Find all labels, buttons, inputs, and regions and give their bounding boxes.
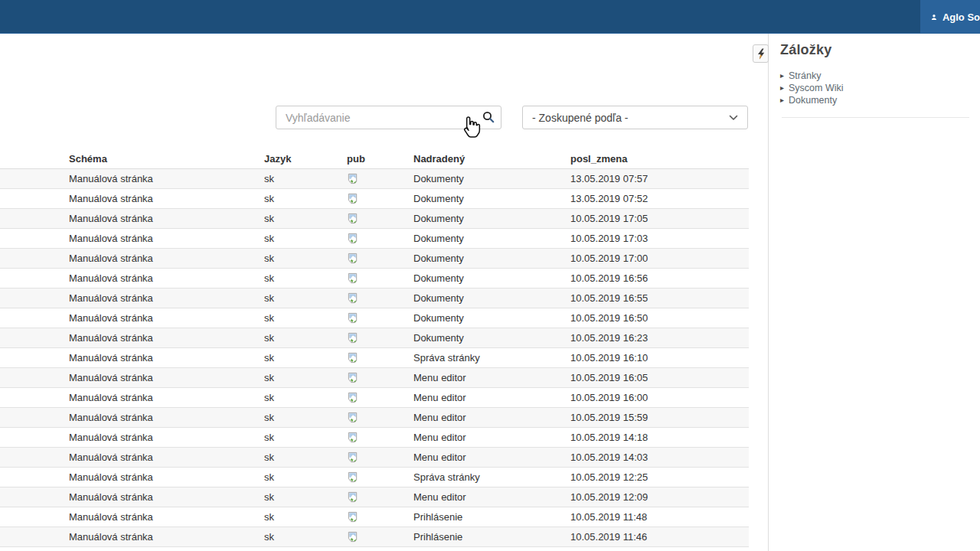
cell-schema: Manuálová stránka xyxy=(69,367,264,387)
caret-right-icon: ▸ xyxy=(780,96,784,104)
cell-nadradeny: Dokumenty xyxy=(413,228,570,248)
cell-pub xyxy=(347,507,413,527)
user-icon xyxy=(931,12,937,22)
search-icon[interactable] xyxy=(482,111,495,123)
cell-posl-zmena: 13.05.2019 07:52 xyxy=(570,188,749,208)
bookmark-item[interactable]: ▸ Syscom Wiki xyxy=(780,82,971,94)
cell-nadradeny: Menu editor xyxy=(413,487,570,507)
cell-nadradeny: Dokumenty xyxy=(413,248,570,268)
table-body: Manuálová stránka sk Dokumenty xyxy=(0,168,749,546)
cell-schema: Manuálová stránka xyxy=(69,248,264,268)
bookmark-item[interactable]: ▸ Stránky xyxy=(780,70,971,82)
cell-jazyk: sk xyxy=(264,387,347,407)
cell-empty xyxy=(0,208,69,228)
broken-image-icon xyxy=(347,312,358,324)
cell-pub xyxy=(347,427,413,447)
cell-empty xyxy=(0,308,69,328)
cell-posl-zmena: 10.05.2019 16:56 xyxy=(570,268,749,288)
cell-nadradeny: Prihlásenie xyxy=(413,527,570,546)
cell-schema: Manuálová stránka xyxy=(69,447,264,467)
table-row[interactable]: Manuálová stránka sk Dokumenty xyxy=(0,308,749,328)
cell-jazyk: sk xyxy=(264,208,347,228)
cell-pub xyxy=(347,387,413,407)
table-row[interactable]: Manuálová stránka sk Menu editor xyxy=(0,387,749,407)
bookmarks-list: ▸ Stránky ▸ Syscom Wiki ▸ Dokumenty xyxy=(780,70,971,106)
table-row[interactable]: Manuálová stránka sk Menu editor xyxy=(0,447,749,467)
cell-schema: Manuálová stránka xyxy=(69,407,264,427)
cell-posl-zmena: 10.05.2019 16:50 xyxy=(570,308,749,328)
cell-empty xyxy=(0,447,69,467)
cell-nadradeny: Menu editor xyxy=(413,367,570,387)
cell-nadradeny: Dokumenty xyxy=(413,308,570,328)
cell-posl-zmena: 10.05.2019 12:09 xyxy=(570,487,749,507)
cell-posl-zmena: 10.05.2019 17:05 xyxy=(570,208,749,228)
cell-pub xyxy=(347,347,413,367)
table-row[interactable]: Manuálová stránka sk Dokumenty xyxy=(0,208,749,228)
cell-jazyk: sk xyxy=(264,467,347,487)
cell-empty xyxy=(0,407,69,427)
table-row[interactable]: Manuálová stránka sk Prihlásenie xyxy=(0,527,749,546)
cell-pub xyxy=(347,228,413,248)
cell-jazyk: sk xyxy=(264,407,347,427)
cell-empty xyxy=(0,168,69,188)
cell-schema: Manuálová stránka xyxy=(69,188,264,208)
main-panel: - Zoskupené podľa - Schéma Jazyk pub Nad… xyxy=(0,34,768,551)
broken-image-icon xyxy=(347,452,358,463)
table-row[interactable]: Manuálová stránka sk Dokumenty xyxy=(0,288,749,308)
broken-image-icon xyxy=(347,292,358,304)
cell-empty xyxy=(0,328,69,347)
cell-jazyk: sk xyxy=(264,168,347,188)
broken-image-icon xyxy=(347,392,358,403)
cell-empty xyxy=(0,467,69,487)
content-area: - Zoskupené podľa - Schéma Jazyk pub Nad… xyxy=(0,34,980,551)
cell-nadradeny: Prihlásenie xyxy=(413,507,570,527)
bookmarks-title: Záložky xyxy=(780,42,971,58)
quick-actions-toggle-button[interactable] xyxy=(753,44,769,63)
table-row[interactable]: Manuálová stránka sk Dokumenty xyxy=(0,268,749,288)
cell-pub xyxy=(347,268,413,288)
cell-pub xyxy=(347,487,413,507)
table-row[interactable]: Manuálová stránka sk Dokumenty xyxy=(0,168,749,188)
table-row[interactable]: Manuálová stránka sk Menu editor xyxy=(0,407,749,427)
cell-jazyk: sk xyxy=(264,507,347,527)
col-header-nadradeny: Nadradený xyxy=(413,150,570,168)
broken-image-icon xyxy=(347,372,358,383)
topbar: Aglo So xyxy=(0,0,980,34)
bookmark-item-label: Stránky xyxy=(789,70,821,81)
cell-nadradeny: Dokumenty xyxy=(413,188,570,208)
cell-jazyk: sk xyxy=(264,188,347,208)
col-header-pub: pub xyxy=(347,150,413,168)
search-input[interactable] xyxy=(276,106,501,129)
table-row[interactable]: Manuálová stránka sk Dokumenty xyxy=(0,188,749,208)
table-row[interactable]: Manuálová stránka sk Menu editor xyxy=(0,487,749,507)
cell-nadradeny: Dokumenty xyxy=(413,288,570,308)
cell-nadradeny: Správa stránky xyxy=(413,347,570,367)
cell-posl-zmena: 10.05.2019 12:25 xyxy=(570,467,749,487)
cell-schema: Manuálová stránka xyxy=(69,427,264,447)
table-row[interactable]: Manuálová stránka sk Menu editor xyxy=(0,367,749,387)
table-row[interactable]: Manuálová stránka sk Prihlásenie xyxy=(0,507,749,527)
table-row[interactable]: Manuálová stránka sk Dokumenty xyxy=(0,328,749,347)
cell-empty xyxy=(0,288,69,308)
group-by-select[interactable]: - Zoskupené podľa - xyxy=(522,106,748,129)
table-row[interactable]: Manuálová stránka sk Menu editor xyxy=(0,427,749,447)
bookmark-item[interactable]: ▸ Dokumenty xyxy=(780,94,971,106)
user-menu[interactable]: Aglo So xyxy=(920,0,980,34)
cell-empty xyxy=(0,347,69,367)
search-box xyxy=(276,106,501,129)
cell-jazyk: sk xyxy=(264,527,347,546)
broken-image-icon xyxy=(347,491,358,503)
cell-nadradeny: Dokumenty xyxy=(413,328,570,347)
table-row[interactable]: Manuálová stránka sk Dokumenty xyxy=(0,248,749,268)
cell-empty xyxy=(0,487,69,507)
broken-image-icon xyxy=(347,432,358,443)
cell-jazyk: sk xyxy=(264,308,347,328)
table-row[interactable]: Manuálová stránka sk Správa stránky xyxy=(0,467,749,487)
cell-nadradeny: Dokumenty xyxy=(413,168,570,188)
col-header-posl-zmena: posl_zmena xyxy=(570,150,749,168)
table-row[interactable]: Manuálová stránka sk Dokumenty xyxy=(0,228,749,248)
table-row[interactable]: Manuálová stránka sk Správa stránky xyxy=(0,347,749,367)
cell-nadradeny: Menu editor xyxy=(413,407,570,427)
group-by-selected-value: - Zoskupené podľa - xyxy=(532,112,629,124)
cell-schema: Manuálová stránka xyxy=(69,168,264,188)
